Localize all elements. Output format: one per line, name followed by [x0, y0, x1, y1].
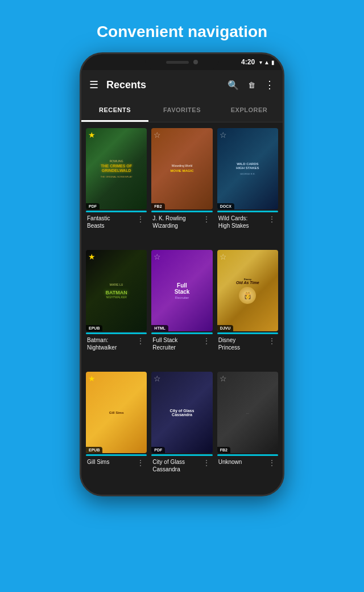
book-title: City of GlassCassandra: [152, 458, 201, 473]
star-empty-icon: ☆: [220, 130, 227, 139]
tabs: RECENTS FAVORITES EXPLORER: [81, 100, 283, 122]
list-item[interactable]: MARIE LU BATMAN NIGHTWALKER ★ EPUB Batma…: [86, 250, 147, 367]
more-icon[interactable]: ⋮: [201, 458, 212, 467]
star-empty-icon: ☆: [220, 252, 227, 261]
page-title: Convenient navigation: [0, 0, 364, 52]
book-cover-city-glass: City of GlassCassandra ☆ PDF: [151, 372, 212, 453]
more-icon[interactable]: ⋮: [135, 215, 146, 224]
top-bar: ☰ Recents 🔍 🗑 ⋮: [81, 70, 283, 100]
list-item[interactable]: ROWLING THE CRIMES OFGRINDELWALD THE ORI…: [86, 128, 147, 245]
list-item[interactable]: City of GlassCassandra ☆ PDF City of Gla…: [151, 372, 212, 489]
list-item[interactable]: Gill Sims ★ EPUB Gill Sims ⋮: [86, 372, 147, 489]
delete-icon[interactable]: 🗑: [248, 81, 255, 89]
more-icon[interactable]: ⋮: [267, 215, 277, 224]
phone-frame: 4:20 ▾ ▲ ▮ ☰ Recents 🔍 🗑 ⋮: [80, 52, 284, 496]
more-icon[interactable]: ⋮: [267, 458, 277, 467]
tab-favorites[interactable]: FAVORITES: [148, 100, 216, 122]
app-title: Recents: [106, 79, 228, 91]
book-info: Gill Sims ⋮: [86, 456, 147, 467]
phone-frame-wrapper: 4:20 ▾ ▲ ▮ ☰ Recents 🔍 🗑 ⋮: [0, 52, 364, 496]
notch: [145, 54, 219, 70]
more-icon[interactable]: ⋮: [267, 336, 277, 346]
power-button: [283, 157, 284, 179]
book-info: DisneyPrincess ⋮: [217, 334, 278, 351]
book-cover-gill-sims: Gill Sims ★ EPUB: [86, 372, 147, 453]
book-info: Full StackRecruiter ⋮: [151, 334, 212, 351]
volume-button: [283, 191, 284, 213]
more-options-icon[interactable]: ⋮: [264, 79, 275, 91]
book-title: Batman:Nightwalker: [87, 336, 135, 351]
book-title: FantasticBeasts: [87, 215, 135, 229]
book-cover-fantastic-beasts: ROWLING THE CRIMES OFGRINDELWALD THE ORI…: [86, 128, 147, 209]
speaker: [166, 61, 189, 64]
format-badge: PDF: [151, 447, 165, 453]
front-camera: [193, 60, 198, 64]
wifi-icon: ▾: [259, 59, 262, 65]
search-icon[interactable]: 🔍: [228, 80, 239, 91]
tab-recents[interactable]: RECENTS: [81, 100, 148, 122]
format-badge: DJVU: [217, 325, 234, 331]
page-background: Convenient navigation 4:20 ▾ ▲ ▮: [0, 0, 364, 592]
book-cover-wild-cards: WILD CARDSHIGH STAKES GEORGE R.R. ☆ DOCX: [217, 128, 278, 209]
star-icon: ★: [88, 252, 96, 261]
list-item[interactable]: Disney Old As Time 👸 ☆ DJVU DisneyP: [217, 250, 278, 367]
list-item[interactable]: ... ☆ FB2 Unknown ⋮: [217, 372, 278, 489]
book-title: DisneyPrincess: [218, 336, 267, 351]
list-item[interactable]: WILD CARDSHIGH STAKES GEORGE R.R. ☆ DOCX…: [217, 128, 278, 245]
book-cover-batman: MARIE LU BATMAN NIGHTWALKER ★ EPUB: [86, 250, 147, 331]
star-empty-icon: ☆: [154, 252, 161, 261]
more-icon[interactable]: ⋮: [135, 458, 146, 467]
status-time: 4:20: [241, 58, 255, 66]
book-title: Wild Cards:High Stakes: [218, 215, 267, 229]
more-icon[interactable]: ⋮: [135, 336, 146, 346]
more-icon[interactable]: ⋮: [201, 336, 212, 346]
book-cover-unknown: ... ☆ FB2: [217, 372, 278, 453]
star-empty-icon: ☆: [154, 374, 161, 383]
star-icon: ★: [88, 374, 96, 383]
format-badge: EPUB: [86, 325, 102, 331]
book-info: Batman:Nightwalker ⋮: [86, 334, 147, 351]
book-info: City of GlassCassandra ⋮: [151, 456, 212, 473]
signal-icon: ▲: [264, 59, 270, 65]
list-item[interactable]: Wizarding World MOVIE MAGIC ☆ FB2 J. K. …: [151, 128, 212, 245]
book-info: FantasticBeasts ⋮: [86, 212, 147, 229]
book-cover-jk-rowling: Wizarding World MOVIE MAGIC ☆ FB2: [151, 128, 212, 209]
format-badge: PDF: [86, 203, 100, 209]
top-bar-actions: 🔍 🗑 ⋮: [228, 79, 275, 91]
books-grid: ROWLING THE CRIMES OFGRINDELWALD THE ORI…: [81, 122, 283, 495]
star-icon: ★: [88, 130, 96, 139]
book-info: Unknown ⋮: [217, 456, 278, 467]
format-badge: FB2: [151, 203, 164, 209]
star-empty-icon: ☆: [154, 130, 161, 139]
format-badge: EPUB: [86, 447, 102, 453]
book-info: Wild Cards:High Stakes ⋮: [217, 212, 278, 229]
book-title: Unknown: [218, 458, 267, 466]
book-info: J. K. RowlingWizarding ⋮: [151, 212, 212, 229]
book-cover-full-stack: FullStack Recruiter ☆ HTML: [151, 250, 212, 331]
book-title: Full StackRecruiter: [152, 336, 201, 351]
more-icon[interactable]: ⋮: [201, 215, 212, 224]
app-content: ☰ Recents 🔍 🗑 ⋮ RECENTS FAVORITES EXPLOR…: [81, 70, 283, 495]
format-badge: FB2: [217, 447, 230, 453]
list-item[interactable]: FullStack Recruiter ☆ HTML Full StackRec…: [151, 250, 212, 367]
menu-icon[interactable]: ☰: [89, 79, 98, 91]
status-icons: ▾ ▲ ▮: [259, 59, 275, 65]
tab-explorer[interactable]: EXPLORER: [216, 100, 283, 122]
star-empty-icon: ☆: [220, 374, 227, 383]
battery-icon: ▮: [271, 59, 275, 65]
format-badge: DOCX: [217, 203, 234, 209]
book-title: Gill Sims: [87, 458, 135, 466]
format-badge: HTML: [151, 325, 168, 331]
book-title: J. K. RowlingWizarding: [152, 215, 201, 229]
book-cover-disney-princess: Disney Old As Time 👸 ☆ DJVU: [217, 250, 278, 331]
